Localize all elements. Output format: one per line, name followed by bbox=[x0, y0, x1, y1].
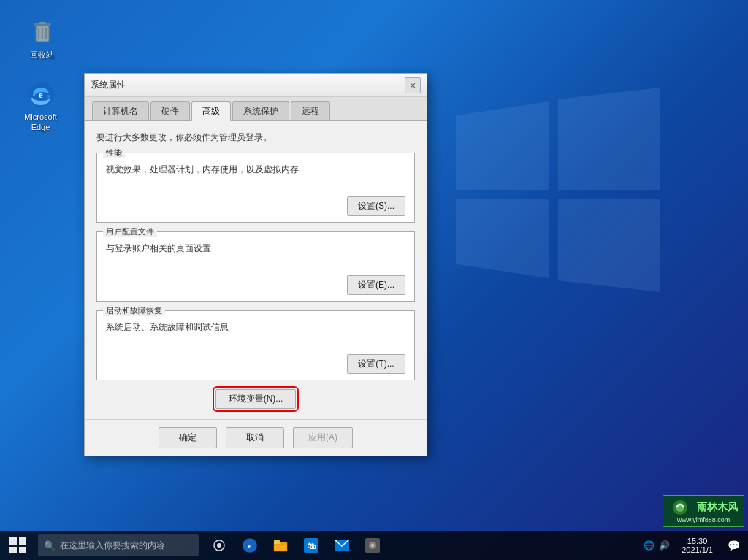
mail-button[interactable] bbox=[327, 531, 356, 560]
startup-recovery-label: 启动和故障恢复 bbox=[103, 305, 165, 316]
search-icon: 🔍 bbox=[44, 540, 56, 551]
env-btn-container: 环境变量(N)... bbox=[96, 389, 415, 409]
svg-text:e: e bbox=[248, 542, 252, 550]
taskbar-search-bar[interactable]: 🔍 在这里输入你要搜索的内容 bbox=[38, 534, 199, 556]
taskbar: 🔍 在这里输入你要搜索的内容 e bbox=[0, 531, 748, 560]
dialog-body: 要进行大多数更改，你必须作为管理员登录。 性能 视觉效果，处理器计划，内存使用，… bbox=[85, 121, 427, 419]
startup-recovery-desc: 系统启动、系统故障和调试信息 bbox=[106, 321, 405, 334]
tab-advanced[interactable]: 高级 bbox=[191, 101, 231, 121]
edge-taskbar-button[interactable]: e bbox=[235, 531, 264, 560]
clock-display[interactable]: 15:30 2021/1/1 bbox=[676, 537, 719, 554]
dialog-titlebar: 系统属性 × bbox=[85, 74, 427, 97]
store-button[interactable]: 🛍 bbox=[297, 531, 326, 560]
tab-computer-name[interactable]: 计算机名 bbox=[92, 101, 149, 120]
performance-section: 性能 视觉效果，处理器计划，内存使用，以及虚拟内存 设置(S)... bbox=[96, 153, 415, 223]
system-properties-dialog: 系统属性 × 计算机名 硬件 高级 系统保护 远程 要进行大多数更改，你必须作为… bbox=[84, 73, 427, 456]
time-text: 15:30 bbox=[687, 537, 708, 545]
system-tray: 🌐 🔊 bbox=[638, 540, 676, 551]
dialog-footer: 确定 取消 应用(A) bbox=[85, 419, 427, 456]
close-button[interactable]: × bbox=[405, 77, 421, 93]
start-button[interactable] bbox=[0, 531, 35, 560]
dialog-overlay: 系统属性 × 计算机名 硬件 高级 系统保护 远程 要进行大多数更改，你必须作为… bbox=[0, 0, 748, 560]
dialog-tabs: 计算机名 硬件 高级 系统保护 远程 bbox=[85, 97, 427, 121]
photos-button[interactable] bbox=[358, 531, 387, 560]
ok-button[interactable]: 确定 bbox=[159, 427, 217, 448]
performance-btn-row: 设置(S)... bbox=[106, 196, 405, 216]
svg-point-25 bbox=[371, 544, 374, 547]
tab-hardware[interactable]: 硬件 bbox=[150, 101, 190, 120]
network-icon[interactable]: 🌐 bbox=[644, 540, 654, 551]
startup-recovery-btn-row: 设置(T)... bbox=[106, 354, 405, 374]
svg-point-15 bbox=[217, 543, 221, 548]
performance-settings-button[interactable]: 设置(S)... bbox=[347, 196, 405, 216]
user-profiles-section: 用户配置文件 与登录账户相关的桌面设置 设置(E)... bbox=[96, 231, 415, 302]
taskbar-tray: 🌐 🔊 15:30 2021/1/1 💬 bbox=[638, 531, 748, 560]
windows-start-icon bbox=[9, 537, 26, 553]
performance-label: 性能 bbox=[103, 147, 125, 158]
apply-button[interactable]: 应用(A) bbox=[293, 427, 353, 448]
performance-desc: 视觉效果，处理器计划，内存使用，以及虚拟内存 bbox=[106, 164, 405, 176]
svg-rect-19 bbox=[274, 540, 280, 544]
user-profiles-settings-button[interactable]: 设置(E)... bbox=[347, 275, 405, 295]
date-text: 2021/1/1 bbox=[682, 545, 713, 554]
user-profiles-desc: 与登录账户相关的桌面设置 bbox=[106, 242, 405, 255]
desktop: 回收站 e Microsoft Edge 系统属性 × 计算机名 硬件 bbox=[0, 0, 748, 560]
taskbar-pinned-icons: e 🛍 bbox=[205, 531, 387, 560]
svg-text:🛍: 🛍 bbox=[307, 541, 316, 551]
user-profiles-label: 用户配置文件 bbox=[103, 226, 157, 237]
notification-button[interactable]: 💬 bbox=[719, 531, 748, 560]
volume-icon[interactable]: 🔊 bbox=[659, 540, 670, 551]
user-profiles-btn-row: 设置(E)... bbox=[106, 275, 405, 295]
cancel-button[interactable]: 取消 bbox=[226, 427, 284, 448]
dialog-title: 系统属性 bbox=[91, 79, 126, 91]
tab-system-protection[interactable]: 系统保护 bbox=[232, 101, 289, 120]
task-view-button[interactable] bbox=[205, 531, 234, 560]
environment-variables-button[interactable]: 环境变量(N)... bbox=[215, 389, 296, 409]
tab-remote[interactable]: 远程 bbox=[291, 101, 330, 120]
admin-note: 要进行大多数更改，你必须作为管理员登录。 bbox=[96, 131, 415, 144]
startup-recovery-settings-button[interactable]: 设置(T)... bbox=[347, 354, 405, 374]
startup-recovery-section: 启动和故障恢复 系统启动、系统故障和调试信息 设置(T)... bbox=[96, 310, 415, 380]
file-explorer-button[interactable] bbox=[266, 531, 295, 560]
search-placeholder-text: 在这里输入你要搜索的内容 bbox=[60, 540, 165, 552]
